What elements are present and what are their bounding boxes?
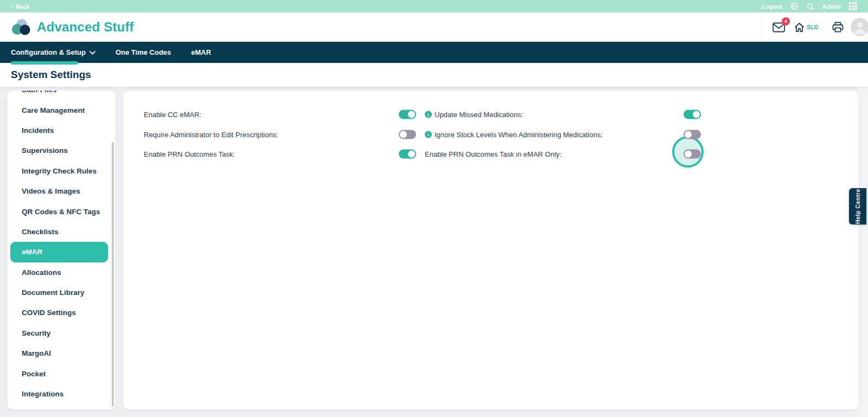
- header-divider: [762, 18, 762, 36]
- settings-row: Enable PRN Outcomes Task: Enable PRN Out…: [123, 144, 859, 164]
- toggle-enable-prn-outcomes-task[interactable]: [399, 150, 416, 159]
- brand-logo-icon: [11, 18, 31, 36]
- sidebar-list: Staff Files Care Management Incidents Su…: [7, 91, 116, 404]
- setting-label-enable-prn-outcomes-emar-only: Enable PRN Outcomes Task in eMAR Only:: [425, 150, 561, 158]
- info-icon[interactable]: i: [425, 131, 432, 138]
- setting-label-update-missed-medications: Update Missed Medications:: [435, 111, 523, 119]
- nav-label: eMAR: [191, 48, 211, 56]
- info-icon[interactable]: i: [425, 111, 432, 118]
- search-icon[interactable]: [807, 3, 814, 10]
- user-avatar[interactable]: [851, 18, 868, 36]
- brand-name: Advanced Stuff: [37, 20, 134, 35]
- toggle-require-admin-edit-prescriptions[interactable]: [399, 130, 416, 139]
- toggle-enable-prn-outcomes-emar-only[interactable]: [684, 150, 701, 159]
- settings-row: Enable CC eMAR: i Update Missed Medicati…: [123, 105, 859, 125]
- sidebar-item[interactable]: Care Management: [10, 100, 108, 120]
- toggle-knob: [400, 131, 407, 138]
- toggle-update-missed-medications[interactable]: [684, 110, 701, 119]
- right-scroll-gutter: [859, 87, 868, 417]
- app-header: Advanced Stuff 4 SLO: [0, 12, 868, 42]
- setting-label-enable-prn-outcomes-task: Enable PRN Outcomes Task:: [144, 150, 235, 158]
- back-label: Back: [16, 3, 30, 10]
- nav-configuration-setup[interactable]: Configuration & Setup: [11, 42, 95, 63]
- sidebar-item[interactable]: Integrations: [10, 384, 108, 404]
- back-button[interactable]: ‹ Back: [11, 3, 30, 10]
- nav-one-time-codes[interactable]: One Time Codes: [116, 42, 171, 63]
- logout-icon[interactable]: [790, 2, 799, 10]
- setting-label-ignore-stock-levels: Ignore Stock Levels When Administering M…: [435, 130, 603, 138]
- sidebar-item[interactable]: Incidents: [10, 120, 108, 140]
- home-button[interactable]: SLO: [794, 22, 818, 33]
- sidebar-item[interactable]: QR Codes & NFC Tags: [10, 201, 108, 221]
- mail-badge: 4: [782, 17, 790, 25]
- sidebar-item[interactable]: Supervisions: [10, 140, 108, 161]
- sidebar-item[interactable]: Checklists: [10, 222, 108, 242]
- content-area: Staff Files Care Management Incidents Su…: [0, 87, 868, 417]
- setting-label-enable-cc-emar: Enable CC eMAR:: [144, 111, 201, 119]
- brand[interactable]: Advanced Stuff: [11, 18, 134, 36]
- main-nav: Configuration & Setup One Time Codes eMA…: [0, 42, 868, 63]
- nav-label: Configuration & Setup: [11, 48, 86, 56]
- toggle-knob: [685, 151, 692, 158]
- home-icon: [794, 22, 805, 33]
- nav-emar[interactable]: eMAR: [191, 42, 211, 63]
- sidebar-item[interactable]: Document Library: [10, 283, 108, 303]
- toggle-ignore-stock-levels[interactable]: [684, 130, 701, 139]
- logout-button[interactable]: Logout: [762, 3, 782, 10]
- sidebar-item[interactable]: Staff Files: [10, 91, 108, 100]
- help-centre-label: Help Centre: [854, 189, 861, 224]
- toggle-knob: [408, 111, 415, 118]
- sidebar-item[interactable]: COVID Settings: [10, 303, 108, 323]
- sidebar-scrollbar[interactable]: [112, 142, 114, 407]
- page-title-bar: System Settings: [0, 63, 868, 87]
- printer-icon: [832, 22, 844, 33]
- sidebar-item[interactable]: Security: [10, 323, 108, 343]
- admin-menu[interactable]: Admin: [822, 3, 841, 10]
- toggle-enable-cc-emar[interactable]: [399, 110, 416, 119]
- toggle-knob: [408, 151, 415, 158]
- settings-panel: Enable CC eMAR: i Update Missed Medicati…: [123, 91, 859, 409]
- sidebar-item[interactable]: Pocket: [10, 363, 108, 383]
- sidebar-item[interactable]: Integrity Check Rules: [10, 161, 108, 181]
- top-utility-bar: ‹ Back Logout Admin: [0, 0, 868, 12]
- page-title: System Settings: [11, 69, 91, 81]
- back-chevron-icon: ‹: [11, 3, 13, 10]
- toggle-knob: [685, 131, 692, 138]
- help-centre-tab[interactable]: Help Centre: [849, 188, 866, 224]
- setting-label-require-admin-edit-prescriptions: Require Administrator to Edit Prescripti…: [144, 130, 278, 138]
- print-button[interactable]: [832, 22, 844, 33]
- toggle-knob: [693, 111, 700, 118]
- nav-label: One Time Codes: [116, 48, 171, 56]
- chevron-down-icon: [90, 51, 95, 55]
- sidebar-item[interactable]: MargoAI: [10, 343, 108, 363]
- settings-row: Require Administrator to Edit Prescripti…: [123, 125, 859, 145]
- apps-grid-icon[interactable]: [849, 2, 857, 10]
- sidebar-item[interactable]: Allocations: [10, 262, 108, 283]
- messages-button[interactable]: 4: [773, 22, 785, 33]
- settings-sidebar: Staff Files Care Management Incidents Su…: [7, 91, 116, 409]
- home-location-label: SLO: [807, 24, 818, 30]
- active-nav-underline: [11, 61, 78, 65]
- sidebar-item[interactable]: Videos & Images: [10, 181, 108, 201]
- sidebar-item[interactable]: eMAR: [10, 242, 108, 262]
